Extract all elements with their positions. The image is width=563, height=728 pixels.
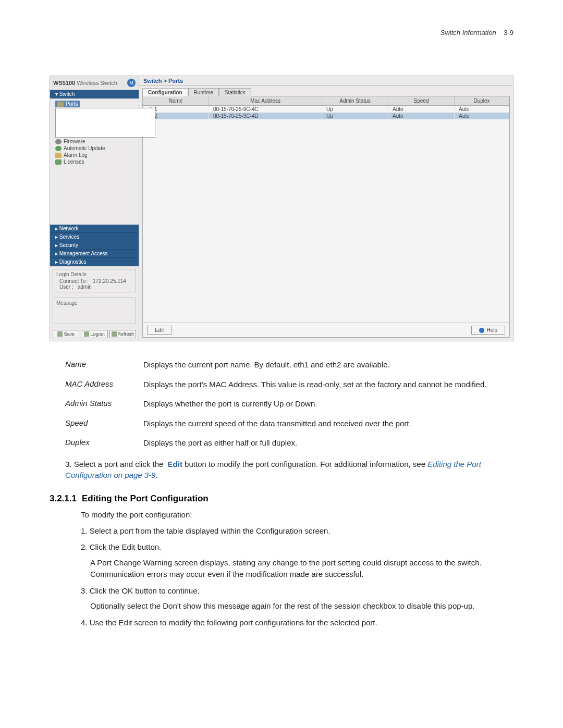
col-duplex[interactable]: Duplex xyxy=(455,96,509,105)
section-number: 3.2.1.1 xyxy=(50,493,77,503)
edit-button[interactable]: Edit xyxy=(147,326,172,335)
login-connect-value: 172.20.25.114 xyxy=(93,278,126,284)
step2p1-a: A xyxy=(90,558,97,567)
refresh-button[interactable]: Refresh xyxy=(109,330,136,338)
def-term-duplex: Duplex xyxy=(65,438,143,448)
nav-group-security[interactable]: ▸ Security xyxy=(50,241,139,250)
tab-bar: Configuration Runtime Statistics xyxy=(139,86,513,96)
def-desc-duplex: Displays the port as either half or full… xyxy=(143,438,513,448)
login-user-value: admin xyxy=(78,284,92,290)
help-button[interactable]: Help xyxy=(471,326,505,335)
message-title: Message xyxy=(56,300,132,306)
header-section: Switch Information xyxy=(440,29,496,36)
def-term-admin: Admin Status xyxy=(65,399,143,409)
def-term-name: Name xyxy=(65,360,143,370)
tab-statistics[interactable]: Statistics xyxy=(219,88,251,96)
nav-label-switch: Switch xyxy=(59,91,75,97)
step2-sub: A Port Change Warning screen displays, s… xyxy=(90,557,513,580)
screenshot-main: Switch > Ports Configuration Runtime Sta… xyxy=(139,76,513,341)
intro-line: To modify the port configuration: xyxy=(81,509,513,520)
table-row[interactable]: eth2 00-15-70-25-9C-4D Up Auto Auto xyxy=(143,113,509,119)
step3-tail: . xyxy=(155,471,157,479)
nav-label-management-access: Management Access xyxy=(59,251,108,256)
nav-group-switch[interactable]: ▾ Switch xyxy=(50,90,139,98)
step3p1-kw: Don't show this message again for the re… xyxy=(163,601,361,610)
help-icon xyxy=(479,328,484,333)
def-desc-speed: Displays the current speed of the data t… xyxy=(143,418,513,429)
refresh-icon xyxy=(112,331,117,337)
message-box: Message xyxy=(53,298,136,324)
nav-group-management-access[interactable]: ▸ Management Access xyxy=(50,250,139,258)
brand-suffix: Wireless Switch xyxy=(77,80,117,86)
breadcrumb: Switch > Ports xyxy=(139,76,513,86)
step2-lead: 2. Click the xyxy=(81,542,121,551)
logout-button[interactable]: Logout xyxy=(81,330,107,338)
def-desc-name: Displays the current port name. By defau… xyxy=(143,360,513,370)
brand-badge-icon: M xyxy=(127,79,136,87)
cell-speed: Auto xyxy=(388,113,455,119)
def-desc-mac: Displays the port's MAC Address. This va… xyxy=(143,379,513,390)
arrow-icon xyxy=(55,146,62,151)
brand-bar: WS5100 Wireless Switch M xyxy=(50,76,139,90)
nav-label-diagnostics: Diagnostics xyxy=(59,259,87,265)
nav-label-automatic-update: Automatic Update xyxy=(64,145,105,151)
step-2: 2. Click the Edit button. A Port Change … xyxy=(81,541,513,579)
cell-duplex: Auto xyxy=(455,113,509,119)
screenshot-sidebar: WS5100 Wireless Switch M ▾ Switch Ports … xyxy=(50,76,139,341)
page-header: Switch Information 3-9 xyxy=(50,29,513,36)
step2-tail: button. xyxy=(135,542,161,551)
cell-admin: Up xyxy=(322,106,388,113)
login-user-label: User : xyxy=(59,284,74,290)
help-label: Help xyxy=(486,327,497,333)
cell-mac: 00-15-70-25-9C-4C xyxy=(209,106,322,113)
cell-speed: Auto xyxy=(388,106,455,113)
nav-item-firmware[interactable]: Firmware xyxy=(55,138,139,145)
nav-label-firmware: Firmware xyxy=(64,139,85,144)
save-icon xyxy=(57,331,63,337)
col-mac[interactable]: Mac Address xyxy=(209,96,322,105)
nav-label-alarm-log: Alarm Log xyxy=(64,152,88,158)
cell-admin: Up xyxy=(322,113,388,119)
nav-item-automatic-update[interactable]: Automatic Update xyxy=(55,145,139,152)
nav-label-security: Security xyxy=(59,242,78,248)
refresh-label: Refresh xyxy=(118,331,134,337)
col-name[interactable]: Name xyxy=(143,96,209,105)
step3p1-b: checkbox to disable this pop-up. xyxy=(361,601,474,610)
step-3-paragraph: 3. Select a port and click the Edit butt… xyxy=(65,459,513,480)
nav-item-configurations[interactable]: Configurations xyxy=(55,107,139,138)
nav-item-alarm-log[interactable]: Alarm Log xyxy=(55,152,139,158)
table-row[interactable]: eth1 00-15-70-25-9C-4C Up Auto Auto xyxy=(143,106,509,113)
log-icon xyxy=(55,153,62,158)
step4-edit-kw: Edit xyxy=(119,618,132,627)
step3-lead: 3. Select a port and click the xyxy=(65,460,166,468)
tab-configuration[interactable]: Configuration xyxy=(142,88,188,96)
brand-model: WS5100 xyxy=(53,80,75,86)
def-term-speed: Speed xyxy=(65,418,143,429)
tab-runtime[interactable]: Runtime xyxy=(188,88,219,96)
logout-label: Logout xyxy=(90,331,105,337)
def-desc-admin: Displays whether the port is currently U… xyxy=(143,399,513,409)
save-label: Save xyxy=(64,331,75,337)
step3-mid: button to modify the port configuration.… xyxy=(182,460,427,468)
nav-label-services: Services xyxy=(59,234,79,240)
step3b-tail: button to continue. xyxy=(133,586,200,595)
nav-item-ports[interactable]: Ports xyxy=(55,101,80,107)
nav-item-licenses[interactable]: Licenses xyxy=(55,158,139,165)
step2p1-kw: Port Change Warning xyxy=(97,558,172,567)
nav-group-diagnostics[interactable]: ▸ Diagnostics xyxy=(50,258,139,266)
table-header: Name Mac Address Admin Status Speed Dupl… xyxy=(143,96,509,106)
save-button[interactable]: Save xyxy=(53,330,79,338)
nav-group-network[interactable]: ▸ Network xyxy=(50,225,139,233)
sidebar-bottom-buttons: Save Logout Refresh xyxy=(50,327,139,341)
login-details-box: Login Details Connect To :172.20.25.114 … xyxy=(53,269,136,292)
nav-tree: Ports Configurations Firmware Automatic … xyxy=(50,98,139,225)
col-speed[interactable]: Speed xyxy=(388,96,455,105)
tab-body: Name Mac Address Admin Status Speed Dupl… xyxy=(142,96,510,338)
login-title: Login Details xyxy=(56,272,132,277)
step3-edit-kw: Edit xyxy=(168,460,182,468)
step-4: 4. Use the Edit screen to modify the fol… xyxy=(81,617,513,628)
content-bottom-bar: Edit Help xyxy=(143,323,509,337)
nav-group-services[interactable]: ▸ Services xyxy=(50,233,139,241)
col-admin[interactable]: Admin Status xyxy=(322,96,388,105)
step-3: 3. Click the OK button to continue. Opti… xyxy=(81,585,513,612)
